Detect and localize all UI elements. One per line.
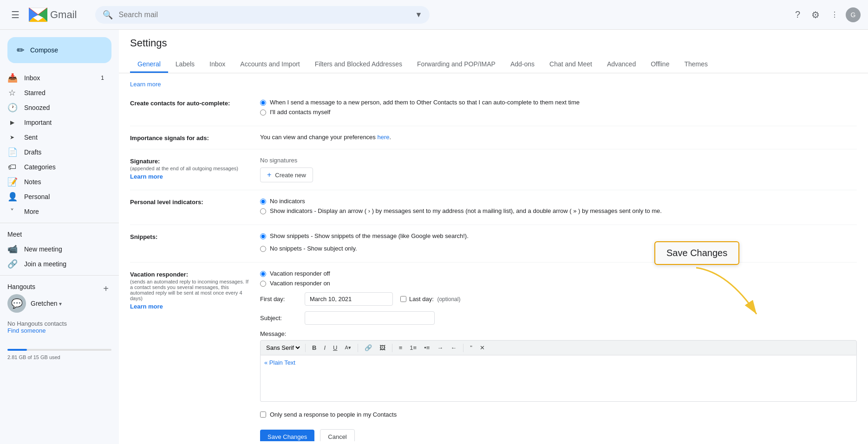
first-day-row: First day: Last day: (optional) [260,292,857,306]
storage-section: 2.81 GB of 15 GB used [0,341,119,368]
compose-button[interactable]: ✏ Compose [7,37,111,63]
add-hangouts-button[interactable]: + [100,283,111,294]
auto-complete-radio-2[interactable] [260,109,266,116]
underline-button[interactable]: U [330,342,340,353]
sidebar-item-label: Personal [24,193,104,200]
tab-forwarding[interactable]: Forwarding and POP/IMAP [410,57,503,73]
sidebar-item-notes[interactable]: 📝 Notes [0,174,111,189]
tab-chat[interactable]: Chat and Meet [542,57,600,73]
search-input[interactable] [118,11,409,19]
settings-icon[interactable]: ⚙ [808,6,823,24]
outdent-button[interactable]: ← [448,342,459,353]
italic-button[interactable]: I [321,342,328,353]
importance-value: You can view and change your preferences… [260,134,857,141]
ordered-list-button[interactable]: 1≡ [407,342,419,353]
remove-formatting-button[interactable]: ✕ [477,342,488,353]
bold-button[interactable]: B [309,342,319,353]
sidebar-item-sent[interactable]: ➤ Sent [0,130,111,145]
auto-complete-radio-1[interactable] [260,100,266,106]
tab-offline[interactable]: Offline [643,57,677,73]
sidebar-item-label: Notes [24,178,104,186]
snippets-radio-1[interactable] [260,233,266,239]
tab-addons[interactable]: Add-ons [503,57,542,73]
optional-text: (optional) [437,296,460,302]
subject-row: Subject: [260,311,857,325]
gmail-logo-text: Gmail [50,9,77,21]
indicators-label: Personal level indicators: [130,198,260,206]
last-day-checkbox[interactable] [400,296,406,302]
apps-icon[interactable]: ⋮ [827,6,842,23]
search-bar: 🔍 ▼ [95,6,430,24]
snippets-value: Show snippets - Show snippets of the mes… [260,232,857,255]
sidebar-item-label: Important [24,119,104,126]
main-content: Settings General Labels Inbox Accounts a… [119,30,868,444]
create-new-button[interactable]: + Create new [260,167,313,182]
tab-advanced[interactable]: Advanced [600,57,643,73]
sidebar-item-starred[interactable]: ☆ Starred [0,85,111,100]
font-select[interactable]: Sans Serif [264,344,301,352]
sidebar-item-more[interactable]: ˅ More [0,204,111,219]
sidebar-item-snoozed[interactable]: 🕐 Snoozed [0,100,111,115]
cancel-button[interactable]: Cancel [320,429,354,441]
tab-labels[interactable]: Labels [168,57,202,73]
indicators-radio-1[interactable] [260,199,266,205]
auto-complete-option-2-label: I'll add contacts myself [270,109,330,116]
speech-bubble-icon: 💬 [11,298,23,309]
toolbar-sep-2 [358,344,358,352]
vacation-on-radio[interactable] [260,281,266,287]
tab-themes[interactable]: Themes [677,57,715,73]
sidebar-item-label: Join a meeting [24,260,104,268]
subject-input[interactable] [305,311,435,325]
tab-general[interactable]: General [130,57,168,73]
tab-inbox[interactable]: Inbox [202,57,233,73]
sidebar-item-categories[interactable]: 🏷 Categories [0,160,111,174]
unordered-list-button[interactable]: •≡ [421,342,432,353]
align-button[interactable]: ≡ [396,342,405,353]
indent-button[interactable]: → [434,342,446,353]
text-color-button[interactable]: A▾ [342,343,353,353]
sidebar-item-label: Drafts [24,148,104,156]
only-send-checkbox[interactable] [260,412,266,418]
image-button[interactable]: 🖼 [377,342,388,353]
save-changes-button[interactable]: Save Changes [260,430,314,441]
indicators-row: Personal level indicators: No indicators… [130,190,857,225]
avatar[interactable]: G [846,7,861,22]
hangouts-chevron-icon[interactable]: ▾ [59,301,62,307]
inbox-count: 1 [101,75,104,81]
tab-filters[interactable]: Filters and Blocked Addresses [307,57,410,73]
vacation-off-radio[interactable] [260,271,266,277]
sidebar-item-important[interactable]: ▶ Important [0,115,111,130]
vacation-learn-more-link[interactable]: Learn more [130,303,163,310]
tab-accounts[interactable]: Accounts and Import [233,57,307,73]
search-options-icon[interactable]: ▼ [415,11,423,19]
support-icon[interactable]: ? [791,6,804,24]
first-day-input[interactable] [305,292,393,306]
sidebar-item-label: Sent [24,134,104,141]
plain-text-link[interactable]: « Plain Text [264,359,295,366]
signature-sublabel: (appended at the end of all outgoing mes… [130,166,249,171]
hamburger-icon[interactable]: ☰ [7,6,23,24]
auto-complete-row: Create contacts for auto-complete: When … [130,91,857,126]
compose-label: Compose [30,46,58,54]
quote-button[interactable]: " [467,342,475,353]
personal-icon: 👤 [7,192,17,202]
sidebar-item-inbox[interactable]: 📥 Inbox 1 [0,71,111,85]
vacation-row: Vacation responder: (sends an automated … [130,263,857,441]
sidebar-item-drafts[interactable]: 📄 Drafts [0,145,111,160]
snippets-radio-2[interactable] [260,246,266,252]
vacation-off-label: Vacation responder off [270,270,330,277]
only-send-row: Only send a response to people in my Con… [260,407,857,422]
importance-here-link[interactable]: here [377,134,389,141]
sidebar-item-new-meeting[interactable]: 📹 New meeting [0,242,111,257]
find-someone-link[interactable]: Find someone [7,327,46,334]
sidebar-item-join-meeting[interactable]: 🔗 Join a meeting [0,257,111,271]
indicators-value: No indicators Show indicators - Display … [260,198,857,217]
signature-learn-more-link[interactable]: Learn more [130,173,163,180]
snippets-label: Snippets: [130,232,260,240]
sent-icon: ➤ [7,134,17,141]
meet-section-label: Meet [0,227,119,242]
indicators-radio-2[interactable] [260,208,266,214]
sidebar-item-personal[interactable]: 👤 Personal [0,189,111,204]
link-button[interactable]: 🔗 [362,342,375,353]
learn-more-top-link[interactable]: Learn more [130,81,161,88]
